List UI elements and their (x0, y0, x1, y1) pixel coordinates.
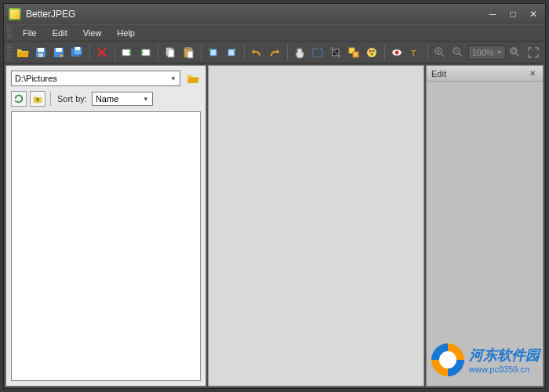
content-area: D:\Pictures ▼ Sort by: Name ▼ Edit (4, 64, 545, 388)
separator-icon (115, 45, 115, 60)
fullscreen-button[interactable] (525, 44, 542, 61)
window-controls: ─ □ ✕ (485, 8, 540, 20)
zoom-combo[interactable]: 100%▼ (468, 45, 506, 60)
svg-rect-16 (228, 49, 235, 56)
refresh-button[interactable] (11, 91, 27, 107)
image-viewport[interactable] (208, 65, 424, 387)
delete-button[interactable] (94, 44, 111, 61)
svg-point-23 (371, 53, 373, 55)
copy-button[interactable] (162, 44, 179, 61)
svg-rect-17 (313, 49, 322, 56)
text-button[interactable]: T (407, 44, 424, 61)
svg-rect-2 (38, 53, 43, 57)
svg-line-28 (441, 53, 444, 56)
separator-icon (384, 45, 385, 60)
rotate-left-button[interactable] (205, 44, 222, 61)
save-as-button[interactable] (51, 44, 67, 61)
zoom-fit-button[interactable] (507, 44, 524, 61)
paste-button[interactable] (180, 44, 197, 61)
svg-rect-14 (187, 51, 193, 58)
zoom-out-button[interactable] (450, 44, 467, 61)
svg-point-34 (511, 48, 517, 54)
menu-help[interactable]: Help (109, 27, 143, 39)
edit-panel-title: Edit (431, 69, 446, 78)
path-combo[interactable]: D:\Pictures ▼ (11, 71, 180, 86)
menu-view[interactable]: View (75, 27, 110, 39)
rotate-right-button[interactable] (224, 44, 240, 61)
file-list[interactable] (11, 111, 201, 381)
path-row: D:\Pictures ▼ (6, 66, 205, 89)
separator-icon (89, 45, 90, 60)
browser-panel: D:\Pictures ▼ Sort by: Name ▼ (5, 65, 206, 387)
svg-point-20 (367, 48, 376, 57)
separator-icon (427, 45, 428, 60)
crop-button[interactable] (328, 44, 344, 61)
minimize-button[interactable]: ─ (485, 8, 500, 20)
edit-panel-header: Edit ✕ (427, 66, 543, 82)
color-button[interactable] (364, 44, 380, 61)
toolbar: T 100%▼ (4, 42, 545, 64)
svg-point-25 (395, 50, 399, 54)
dropdown-arrow-icon: ▼ (143, 96, 149, 103)
redeye-button[interactable] (389, 44, 405, 61)
menubar: File Edit View Help (4, 24, 545, 42)
resize-button[interactable] (346, 44, 362, 61)
svg-rect-11 (168, 49, 174, 57)
menu-edit[interactable]: Edit (45, 27, 75, 39)
sort-row: Sort by: Name ▼ (6, 89, 205, 111)
svg-text:T: T (411, 49, 416, 58)
close-button[interactable]: ✕ (526, 8, 540, 20)
browse-folder-button[interactable] (185, 71, 201, 85)
up-folder-button[interactable] (30, 91, 45, 107)
app-title: BetterJPEG (26, 9, 485, 20)
path-text: D:\Pictures (15, 74, 57, 83)
svg-rect-13 (186, 47, 191, 49)
save-all-button[interactable] (69, 44, 85, 61)
zoom-in-button[interactable] (432, 44, 449, 61)
maximize-button[interactable]: □ (506, 8, 520, 20)
save-button[interactable] (33, 44, 49, 61)
sort-combo[interactable]: Name ▼ (92, 92, 153, 106)
sort-value: Name (96, 94, 118, 103)
svg-point-21 (369, 49, 372, 52)
svg-line-35 (516, 53, 519, 56)
svg-line-32 (459, 53, 462, 56)
zoom-value: 100% (472, 48, 494, 57)
edit-panel: Edit ✕ (426, 65, 544, 387)
separator-icon (244, 45, 245, 60)
svg-rect-4 (56, 48, 62, 52)
separator-icon (287, 45, 288, 60)
separator-icon (201, 45, 202, 60)
select-button[interactable] (310, 44, 326, 61)
prev-image-button[interactable] (119, 44, 136, 61)
next-image-button[interactable] (137, 44, 154, 61)
svg-rect-15 (210, 49, 216, 56)
toolbar-grip-icon (7, 45, 12, 60)
svg-rect-7 (75, 47, 80, 50)
svg-rect-36 (512, 49, 515, 53)
pan-button[interactable] (292, 44, 308, 61)
menu-file[interactable]: File (15, 27, 45, 39)
sort-by-label: Sort by: (57, 94, 87, 103)
svg-point-22 (373, 49, 375, 52)
redo-button[interactable] (267, 44, 283, 61)
undo-button[interactable] (249, 44, 265, 61)
titlebar: BetterJPEG ─ □ ✕ (4, 4, 545, 24)
app-icon (9, 8, 21, 20)
edit-panel-close-button[interactable]: ✕ (527, 68, 538, 79)
svg-rect-1 (38, 48, 44, 52)
separator-icon (158, 45, 158, 60)
separator-icon (50, 92, 51, 106)
menubar-grip-icon (7, 27, 12, 39)
edit-panel-body (427, 82, 543, 386)
app-window: BetterJPEG ─ □ ✕ File Edit View Help (3, 3, 546, 389)
svg-rect-19 (353, 52, 358, 57)
open-button[interactable] (15, 44, 31, 61)
dropdown-arrow-icon: ▼ (170, 75, 176, 82)
